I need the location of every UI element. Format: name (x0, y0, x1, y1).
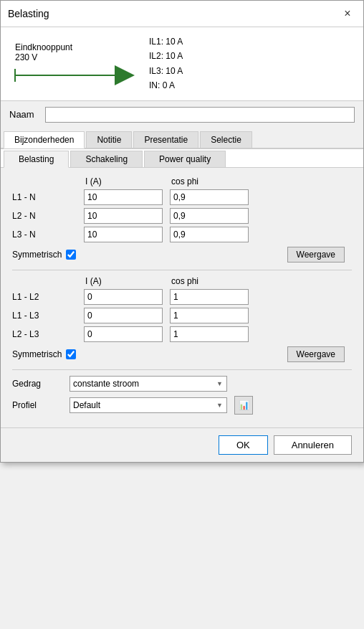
section2-header: I (A) cos phi (12, 276, 352, 286)
main-tabs: Bijzonderheden Notitie Presentatie Selec… (1, 128, 363, 149)
gedrag-select[interactable]: constante stroom constante vermogen cons… (70, 376, 227, 392)
il3-label: IL3: 10 A (149, 64, 183, 78)
footer: OK Annuleren (1, 427, 363, 462)
row-l1l3: L1 - L3 (12, 308, 352, 323)
profiel-select[interactable]: Default (70, 397, 227, 413)
chart-icon: 📊 (239, 400, 249, 410)
label-l3n: L3 - N (12, 230, 84, 240)
row-l3n: L3 - N (12, 227, 352, 242)
input-l1n-i[interactable] (84, 189, 163, 205)
row-l2n: L2 - N (12, 208, 352, 224)
title-bar: Belasting × (1, 1, 363, 27)
tab-notitie[interactable]: Notitie (86, 131, 132, 148)
profiel-row: Profiel Default 📊 (12, 396, 352, 415)
input-l1l3-cosphi[interactable] (170, 308, 249, 323)
input-l1l2-cosphi[interactable] (170, 289, 249, 305)
il1-label: IL1: 10 A (149, 34, 183, 49)
diagram-arrow (15, 65, 135, 85)
subtab-belasting[interactable]: Belasting (4, 151, 69, 168)
input-l2n-i[interactable] (84, 208, 163, 224)
content-area: I (A) cos phi L1 - N L2 - N L3 - N Symme… (1, 168, 363, 427)
arrow-line (15, 75, 115, 76)
sub-tabs: Belasting Schakeling Power quality (1, 149, 363, 168)
label-l2n: L2 - N (12, 211, 84, 221)
row-l1n: L1 - N (12, 189, 352, 205)
naam-input[interactable] (45, 107, 355, 123)
close-button[interactable]: × (339, 5, 356, 22)
cancel-button[interactable]: Annuleren (274, 435, 352, 455)
weergave-btn-1[interactable]: Weergave (287, 247, 345, 263)
voltage-label: 230 V (15, 52, 135, 62)
section2-col-i: I (A) (84, 276, 170, 286)
section2-col-cosphi: cos phi (170, 276, 256, 286)
label-l1l2: L1 - L2 (12, 292, 84, 302)
symm-row-1: Symmetrisch Weergave (12, 247, 352, 263)
input-l2l3-i[interactable] (84, 326, 163, 342)
gedrag-select-wrapper: constante stroom constante vermogen cons… (70, 376, 227, 392)
profiel-label: Profiel (12, 400, 62, 410)
input-l2n-cosphi[interactable] (170, 208, 249, 224)
input-l1n-cosphi[interactable] (170, 189, 249, 205)
il2-label: IL2: 10 A (149, 49, 183, 63)
gedrag-label: Gedrag (12, 379, 62, 389)
belasting-dialog: Belasting × Eindknooppunt 230 V IL1: 10 … (0, 0, 364, 463)
arrow-head (115, 65, 135, 85)
input-l3n-cosphi[interactable] (170, 227, 249, 242)
label-l1n: L1 - N (12, 192, 84, 202)
section1-header: I (A) cos phi (12, 176, 352, 186)
input-l2l3-cosphi[interactable] (170, 326, 249, 342)
weergave-btn-2[interactable]: Weergave (287, 346, 345, 362)
subtab-schakeling[interactable]: Schakeling (70, 151, 143, 167)
symm-label-2: Symmetrisch (12, 349, 62, 359)
dialog-title: Belasting (8, 8, 49, 19)
symm-label-1: Symmetrisch (12, 250, 62, 260)
profiel-select-wrapper: Default (70, 397, 227, 413)
input-l3n-i[interactable] (84, 227, 163, 242)
row-l2l3: L2 - L3 (12, 326, 352, 342)
symm-checkbox-1[interactable] (66, 250, 76, 260)
symm-row-2: Symmetrisch Weergave (12, 346, 352, 362)
in-label: IN: 0 A (149, 78, 183, 93)
diagram-left: Eindknooppunt 230 V (15, 42, 135, 85)
section-ln: I (A) cos phi L1 - N L2 - N L3 - N Symme… (12, 176, 352, 263)
label-l2l3: L2 - L3 (12, 329, 84, 339)
input-l1l2-i[interactable] (84, 289, 163, 305)
separator-2 (12, 369, 352, 370)
node-label: Eindknooppunt (15, 42, 135, 52)
tab-bijzonderheden[interactable]: Bijzonderheden (4, 131, 85, 148)
section-ll: I (A) cos phi L1 - L2 L1 - L3 L2 - L3 Sy… (12, 276, 352, 362)
diagram-right: IL1: 10 A IL2: 10 A IL3: 10 A IN: 0 A (149, 34, 183, 93)
profiel-icon-button[interactable]: 📊 (234, 396, 253, 415)
tab-presentatie[interactable]: Presentatie (133, 131, 198, 148)
separator-1 (12, 270, 352, 270)
symm-checkbox-2[interactable] (66, 349, 76, 359)
subtab-power-quality[interactable]: Power quality (144, 151, 226, 167)
diagram-area: Eindknooppunt 230 V IL1: 10 A IL2: 10 A … (1, 27, 363, 101)
naam-label: Naam (9, 109, 38, 120)
naam-row: Naam (1, 101, 363, 128)
row-l1l2: L1 - L2 (12, 289, 352, 305)
gedrag-row: Gedrag constante stroom constante vermog… (12, 376, 352, 392)
input-l1l3-i[interactable] (84, 308, 163, 323)
ok-button[interactable]: OK (219, 435, 268, 455)
label-l1l3: L1 - L3 (12, 311, 84, 321)
section1-col-i: I (A) (84, 176, 170, 186)
tab-selectie[interactable]: Selectie (200, 131, 252, 148)
section1-col-cosphi: cos phi (170, 176, 256, 186)
